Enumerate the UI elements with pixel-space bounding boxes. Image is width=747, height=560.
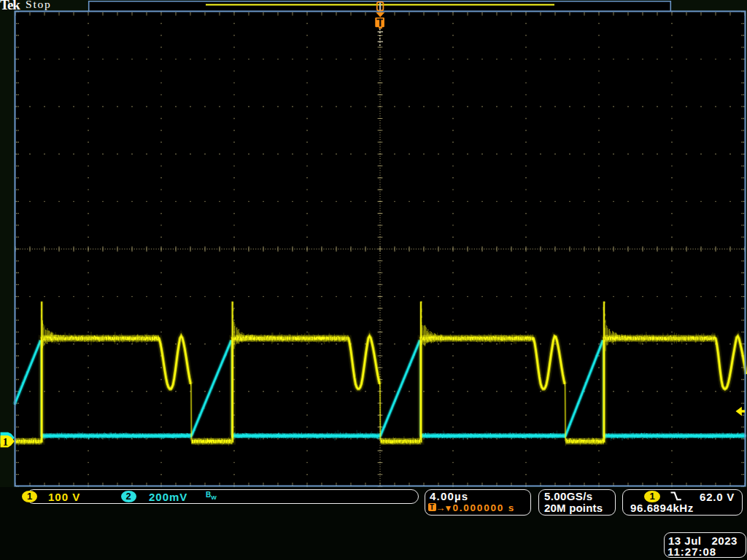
- svg-text:1: 1: [3, 436, 8, 448]
